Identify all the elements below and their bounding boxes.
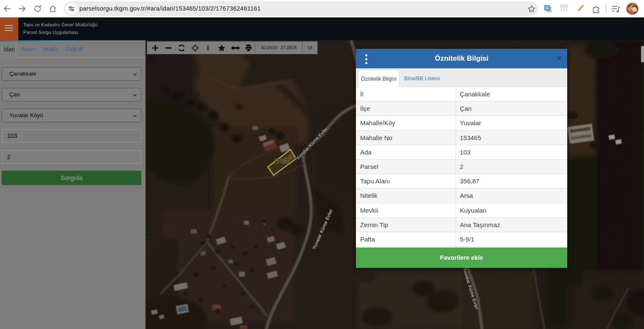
svg-text:G: G <box>546 6 549 10</box>
